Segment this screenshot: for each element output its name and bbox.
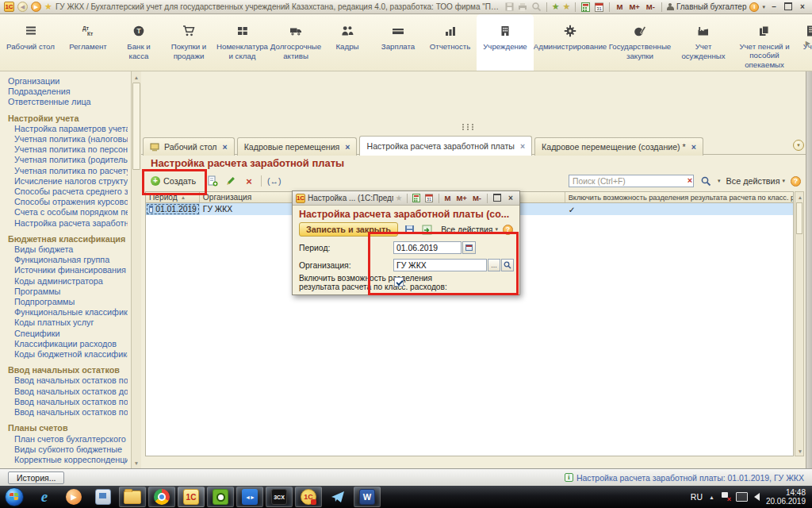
ribbon-tab-convicts[interactable]: Учет осужденных (673, 14, 733, 71)
sidebar-item[interactable]: Счета с особым порядком переоц... (8, 207, 128, 217)
sidebar-item[interactable]: Коды платных услуг (8, 318, 128, 328)
sidebar-item[interactable]: Виды субконто бюджетные (8, 444, 128, 455)
save-icon[interactable] (504, 2, 515, 12)
taskbar-icon-1c-alt[interactable]: 1С (295, 487, 322, 507)
ribbon-tab-hr[interactable]: Кадры (322, 14, 373, 71)
dialog-help-button[interactable]: ? (503, 225, 513, 235)
sidebar-item[interactable]: Ввод начальных остатков по проч... (8, 375, 128, 386)
ribbon-tab-nomenclature-warehouse[interactable]: Номенклатура и склад (215, 14, 270, 71)
sidebar-item[interactable]: Функциональные классификации... (8, 307, 128, 318)
refresh-icon[interactable] (420, 223, 433, 236)
tab-overflow-button[interactable]: ▼ (793, 140, 804, 151)
sidebar-item[interactable]: Настройка параметров учета (8, 124, 128, 134)
tray-network-icon[interactable] (736, 492, 748, 502)
sidebar-item[interactable]: Способы расчета среднего зараб... (8, 187, 128, 197)
user-indicator[interactable]: Главный бухгалтер (667, 2, 747, 11)
c ell-split-check[interactable]: ✓ (565, 203, 793, 215)
memory-m-plus-button[interactable]: М+ (627, 2, 641, 11)
ribbon-tab-institution[interactable]: Учреждение (477, 14, 534, 71)
sidebar-item[interactable]: Учетная политика (родительская ... (8, 155, 128, 165)
taskbar-icon-telegram[interactable] (324, 487, 351, 507)
tab-hr-transfer-new[interactable]: Кадровое перемещение (создание) * × (534, 137, 703, 156)
sidebar-item[interactable]: Ввод начальных остатков долгоср... (8, 387, 128, 397)
sidebar-item[interactable]: Классификации расходов (8, 339, 128, 349)
calculator-icon[interactable] (580, 2, 591, 12)
taskbar-icon-teamviewer[interactable]: ◄► (236, 487, 263, 507)
favorites-icon[interactable]: ★ (563, 2, 571, 11)
ribbon-scroll-right-icon[interactable]: ▶ (806, 40, 810, 47)
taskbar-icon-ie[interactable]: e (31, 487, 58, 507)
column-header-split-flag[interactable]: Включить возможность разделения результа… (565, 192, 793, 202)
taskbar-icon-3cx[interactable]: 3CX (266, 487, 293, 507)
taskbar-icon-explorer[interactable] (119, 487, 146, 507)
sidebar-item[interactable]: Учетная политика (налоговый учет) (8, 134, 128, 144)
tray-flag-icon[interactable] (721, 492, 730, 502)
taskbar-icon-mediaplayer[interactable]: ▶ (60, 487, 87, 507)
forward-button[interactable]: ▶ (31, 2, 41, 12)
all-actions-button[interactable]: Все действия ▾ (726, 176, 785, 186)
ribbon-tab-workdesk[interactable]: Рабочий стол (0, 14, 61, 71)
copy-button[interactable] (206, 175, 219, 187)
scroll-down-icon[interactable]: ▼ (132, 458, 141, 468)
search-icon[interactable] (699, 175, 712, 187)
ribbon-tab-purchases-sales[interactable]: Покупки и продажи (163, 14, 215, 71)
dialog-close-button[interactable]: × (505, 194, 516, 202)
tab-close-icon[interactable]: × (690, 142, 696, 152)
memory-m-plus-button[interactable]: М+ (454, 194, 468, 202)
ribbon-tab-gov-procurement[interactable]: Государственные закупки (607, 14, 673, 71)
sidebar-item[interactable]: Ответственные лица (8, 97, 128, 107)
create-button[interactable]: + Создать (146, 175, 201, 187)
organization-select-button[interactable]: ... (488, 259, 500, 271)
ribbon-tab-reporting[interactable]: Отчетность (423, 14, 477, 71)
search-dropdown-icon[interactable]: ▾ (718, 178, 721, 184)
chevron-down-icon[interactable]: ▾ (762, 4, 765, 10)
history-button[interactable]: История... (8, 471, 64, 484)
calendar-icon[interactable]: 31 (594, 2, 604, 12)
dialog-maximize-button[interactable] (492, 194, 503, 203)
memory-m-button[interactable]: М (615, 2, 624, 11)
period-picker-button[interactable] (462, 241, 476, 254)
ribbon-tab-salary[interactable]: Зарплата (373, 14, 423, 71)
scroll-up-icon[interactable]: ▲ (795, 192, 805, 202)
sidebar-item[interactable]: Учетная политика по расчету ночн... (8, 166, 128, 176)
tray-volume-icon[interactable] (754, 493, 760, 501)
tab-close-icon[interactable]: × (519, 141, 525, 151)
sidebar-item[interactable]: Источники финансирования (8, 265, 128, 275)
table-scrollbar[interactable]: ▲ ▼ (795, 191, 804, 456)
sidebar-item[interactable]: Виды бюджета (8, 244, 128, 255)
add-favorite-icon[interactable]: ★ (552, 2, 560, 11)
back-button[interactable]: ◀ (17, 2, 28, 12)
sidebar-item[interactable]: Ввод начальных остатков по зарп... (8, 407, 128, 418)
splitter-handle[interactable] (462, 124, 473, 130)
print-preview-icon[interactable] (531, 2, 542, 12)
scroll-up-icon[interactable]: ▲ (132, 72, 141, 82)
tab-salary-settings[interactable]: Настройка расчета заработной платы × (359, 136, 532, 156)
tab-close-icon[interactable]: × (221, 142, 228, 152)
sidebar-scrollbar[interactable]: ▲ ▼ (131, 71, 141, 468)
sidebar-item[interactable]: Способы отражения курсовой раз... (8, 197, 128, 207)
cell-period[interactable]: 01.01.2019 (146, 203, 200, 215)
minimize-button[interactable]: – (768, 2, 779, 11)
ribbon-tab-longterm-assets[interactable]: Долгосрочные активы (270, 14, 322, 71)
organization-search-button[interactable] (501, 259, 514, 271)
search-input[interactable] (569, 175, 694, 187)
sidebar-item[interactable]: Коды бюджетной классификации (8, 349, 128, 360)
calendar-icon[interactable]: 31 (424, 193, 435, 203)
tray-clock[interactable]: 14:48 20.06.2019 (766, 488, 806, 506)
memory-m-minus-button[interactable]: М- (471, 194, 483, 202)
search-clear-icon[interactable]: × (688, 175, 692, 185)
sidebar-item[interactable]: Подпрограммы (8, 297, 128, 307)
scrollbar-thumb[interactable] (132, 83, 140, 170)
delete-button[interactable]: × (243, 175, 255, 187)
ribbon-tab-administration[interactable]: Администрирование (534, 14, 607, 71)
tab-close-icon[interactable]: × (343, 142, 350, 152)
taskbar-icon-word[interactable]: W (354, 487, 381, 507)
scrollbar-thumb[interactable] (796, 202, 802, 234)
help-button[interactable]: ? (791, 176, 801, 187)
memory-m-minus-button[interactable]: М- (645, 2, 657, 11)
sidebar-item[interactable]: Функциональная группа (8, 255, 128, 265)
sidebar-item[interactable]: Учетная политика по персоналу о... (8, 144, 128, 155)
edit-pencil-icon[interactable] (224, 175, 237, 187)
split-checkbox[interactable] (394, 277, 404, 287)
print-icon[interactable] (518, 2, 528, 12)
